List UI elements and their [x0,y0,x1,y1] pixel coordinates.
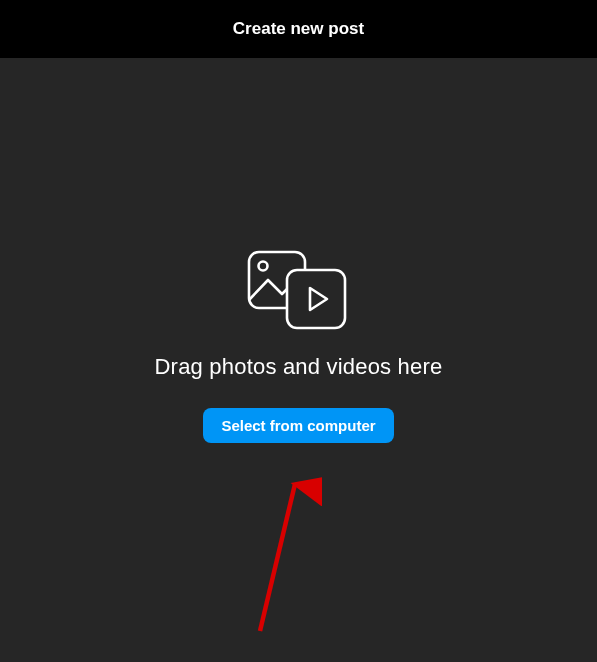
svg-rect-2 [287,270,345,328]
annotation-arrow-icon [242,466,322,646]
media-icon [242,248,354,336]
modal-title: Create new post [233,19,364,39]
modal-header: Create new post [0,0,597,58]
svg-line-4 [260,484,295,631]
upload-dropzone[interactable]: Drag photos and videos here Select from … [0,58,597,662]
select-from-computer-button[interactable]: Select from computer [203,408,393,443]
dropzone-content: Drag photos and videos here Select from … [155,248,443,443]
dropzone-prompt: Drag photos and videos here [155,354,443,380]
